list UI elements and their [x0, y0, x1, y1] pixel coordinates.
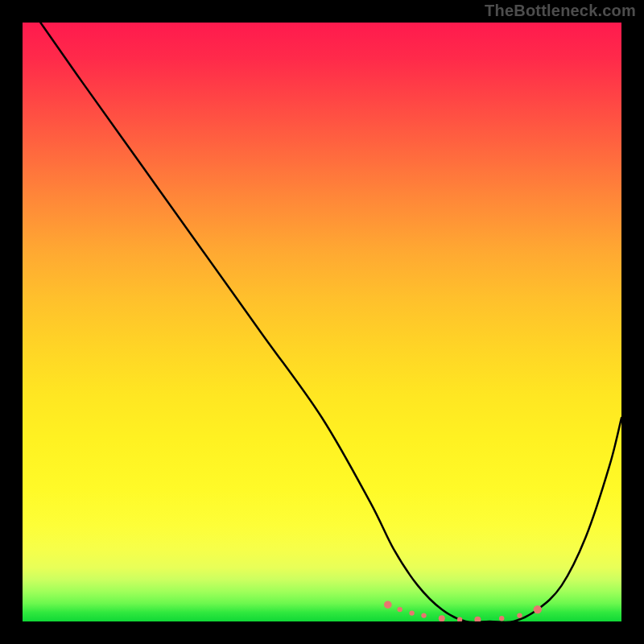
bottleneck-curve	[23, 23, 621, 621]
highlight-dot	[457, 617, 462, 621]
highlight-dot	[439, 615, 445, 621]
highlight-dot	[384, 601, 392, 609]
highlight-dot	[421, 613, 426, 617]
chart-frame: TheBottleneck.com	[0, 0, 644, 644]
watermark-text: TheBottleneck.com	[485, 2, 636, 20]
highlight-dot	[398, 607, 402, 612]
highlight-dot	[499, 616, 504, 621]
highlight-dot	[409, 610, 414, 615]
highlight-dot	[534, 605, 542, 613]
highlight-dot	[517, 613, 522, 617]
highlight-dot	[474, 617, 481, 621]
chart-plot-area	[23, 23, 621, 621]
